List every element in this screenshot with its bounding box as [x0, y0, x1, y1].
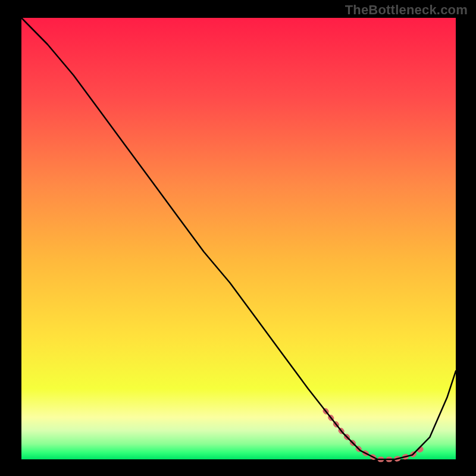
chart-frame: { "watermark": "TheBottleneck.com", "plo…	[0, 0, 476, 476]
plot-background	[21, 18, 456, 459]
watermark-text: TheBottleneck.com	[345, 2, 468, 18]
bottleneck-chart	[0, 0, 476, 476]
